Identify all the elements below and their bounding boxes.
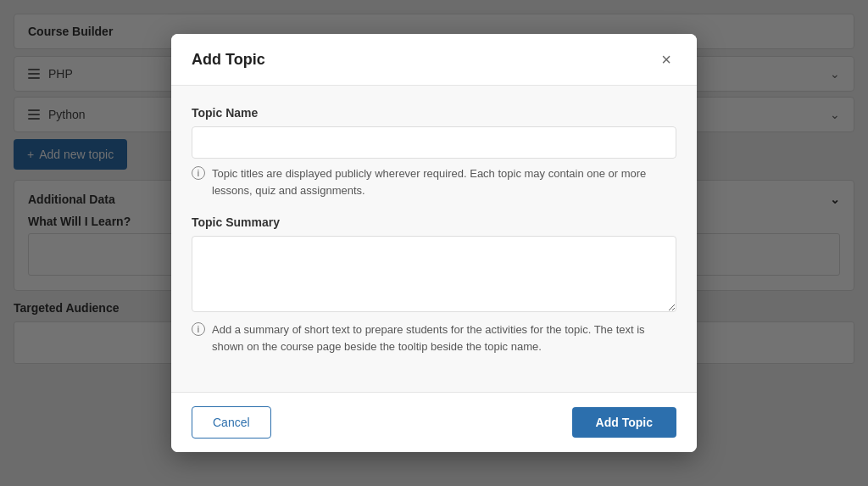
- topic-name-label: Topic Name: [192, 106, 676, 120]
- info-icon-2: i: [192, 322, 205, 336]
- topic-name-input[interactable]: [192, 126, 676, 159]
- modal-body: Topic Name i Topic titles are displayed …: [171, 86, 697, 392]
- topic-name-hint: i Topic titles are displayed publicly wh…: [192, 165, 676, 198]
- topic-name-group: Topic Name i Topic titles are displayed …: [192, 106, 676, 198]
- topic-summary-input[interactable]: [192, 236, 676, 312]
- modal-title: Add Topic: [192, 51, 265, 69]
- modal-footer: Cancel Add Topic: [171, 392, 697, 452]
- topic-name-hint-text: Topic titles are displayed publicly wher…: [212, 165, 676, 198]
- topic-summary-hint: i Add a summary of short text to prepare…: [192, 321, 676, 355]
- topic-summary-hint-text: Add a summary of short text to prepare s…: [212, 321, 676, 355]
- cancel-button[interactable]: Cancel: [192, 406, 271, 439]
- modal-header: Add Topic ×: [171, 34, 697, 86]
- modal-close-button[interactable]: ×: [656, 49, 676, 70]
- close-icon: ×: [661, 50, 671, 69]
- add-topic-modal: Add Topic × Topic Name i Topic titles ar…: [171, 34, 697, 452]
- topic-summary-label: Topic Summary: [192, 215, 676, 229]
- add-topic-button[interactable]: Add Topic: [572, 407, 676, 438]
- info-icon: i: [192, 166, 205, 180]
- topic-summary-group: Topic Summary i Add a summary of short t…: [192, 215, 676, 355]
- modal-overlay: Add Topic × Topic Name i Topic titles ar…: [0, 0, 868, 486]
